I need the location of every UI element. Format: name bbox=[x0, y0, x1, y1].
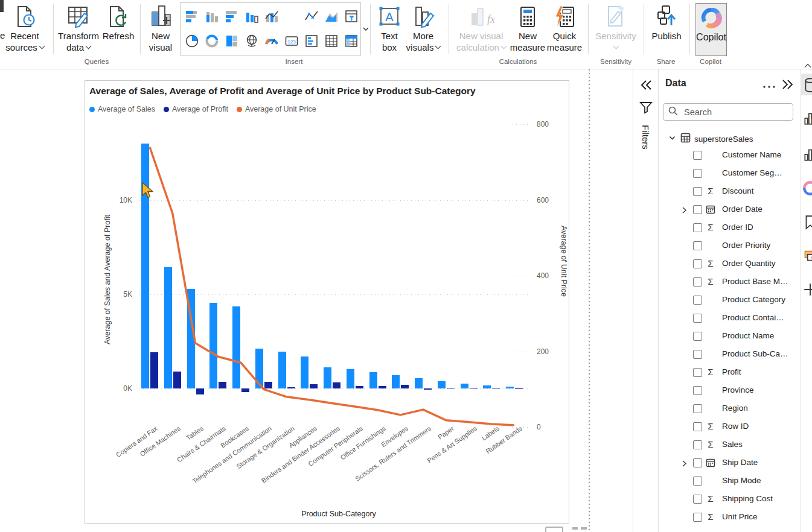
legend-item[interactable]: Average of Sales bbox=[89, 105, 155, 113]
bar-average-of-profit[interactable] bbox=[287, 387, 295, 388]
bar-average-of-sales[interactable] bbox=[438, 381, 446, 388]
recent-sources-button[interactable]: Recent sources bbox=[5, 2, 45, 53]
bar-average-of-profit[interactable] bbox=[173, 372, 181, 388]
bar-average-of-sales[interactable] bbox=[324, 367, 331, 388]
bar-average-of-profit[interactable] bbox=[447, 388, 455, 388]
bar-average-of-profit[interactable] bbox=[264, 382, 272, 388]
field-checkbox[interactable] bbox=[693, 495, 702, 504]
bar-average-of-profit[interactable] bbox=[356, 386, 363, 388]
quick-measure-button[interactable]: Quick measure bbox=[545, 2, 584, 53]
multi-row-card-icon[interactable] bbox=[302, 31, 321, 51]
field-row-order-quantity[interactable]: ΣOrder Quantity bbox=[659, 255, 801, 273]
bar-average-of-profit[interactable] bbox=[379, 386, 386, 388]
slicer-icon[interactable] bbox=[342, 6, 360, 27]
bar-average-of-profit[interactable] bbox=[515, 388, 523, 389]
field-row-row-id[interactable]: ΣRow ID bbox=[659, 418, 801, 436]
table-node-superstoresales[interactable]: superstoreSales bbox=[659, 130, 801, 147]
bar-average-of-profit[interactable] bbox=[470, 388, 478, 388]
field-row-order-id[interactable]: ΣOrder ID bbox=[659, 219, 801, 237]
field-checkbox[interactable] bbox=[693, 205, 702, 214]
field-row-order-priority[interactable]: Order Priority bbox=[659, 237, 801, 255]
field-row-profit[interactable]: ΣProfit bbox=[659, 364, 801, 382]
bar-average-of-sales[interactable] bbox=[209, 303, 217, 388]
field-checkbox[interactable] bbox=[693, 422, 702, 431]
field-row-order-date[interactable]: Order Date bbox=[659, 201, 801, 219]
build-visual-icon[interactable] bbox=[801, 107, 812, 129]
field-checkbox[interactable] bbox=[693, 404, 702, 413]
field-row-product-contai-[interactable]: Product Contai… bbox=[659, 309, 801, 328]
bar-average-of-profit[interactable] bbox=[241, 388, 249, 392]
field-checkbox[interactable] bbox=[693, 386, 702, 395]
field-checkbox[interactable] bbox=[693, 350, 702, 359]
field-checkbox[interactable] bbox=[693, 259, 702, 268]
field-row-sales[interactable]: ΣSales bbox=[659, 436, 801, 454]
field-row-product-base-m-[interactable]: ΣProduct Base M… bbox=[659, 273, 801, 291]
gallery-expand-chevron-icon[interactable] bbox=[362, 24, 370, 34]
expand-filters-chevrons-icon[interactable] bbox=[639, 79, 653, 93]
field-row-province[interactable]: Province bbox=[659, 382, 801, 400]
bar-average-of-sales[interactable] bbox=[187, 289, 195, 388]
field-checkbox[interactable] bbox=[693, 440, 702, 449]
field-checkbox[interactable] bbox=[693, 513, 702, 522]
bar-average-of-sales[interactable] bbox=[415, 378, 423, 388]
bar-average-of-profit[interactable] bbox=[219, 382, 226, 388]
clustered-column-chart-icon[interactable] bbox=[243, 6, 261, 27]
text-box-button[interactable]: A Text box bbox=[376, 2, 403, 53]
table-icon[interactable] bbox=[322, 31, 340, 51]
field-checkbox[interactable] bbox=[693, 241, 702, 250]
bar-average-of-profit[interactable] bbox=[333, 382, 340, 388]
copilot-icon[interactable] bbox=[801, 177, 812, 199]
expand-chevron-icon[interactable] bbox=[680, 206, 688, 217]
gauge-icon[interactable] bbox=[263, 31, 281, 51]
bar-average-of-profit[interactable] bbox=[401, 385, 409, 388]
bar-average-of-sales[interactable] bbox=[301, 356, 308, 388]
map-icon[interactable] bbox=[243, 31, 261, 51]
bar-average-of-profit[interactable] bbox=[492, 388, 500, 388]
bar-average-of-sales[interactable] bbox=[369, 372, 377, 388]
field-checkbox[interactable] bbox=[693, 477, 702, 486]
bar-average-of-sales[interactable] bbox=[232, 306, 240, 388]
bar-average-of-sales[interactable] bbox=[461, 384, 468, 388]
bar-average-of-sales[interactable] bbox=[278, 352, 286, 388]
bar-average-of-profit[interactable] bbox=[310, 384, 318, 388]
bar-average-of-profit[interactable] bbox=[150, 352, 158, 388]
bar-average-of-profit[interactable] bbox=[196, 388, 204, 394]
field-checkbox[interactable] bbox=[693, 169, 702, 178]
bar-average-of-sales[interactable] bbox=[506, 387, 514, 388]
field-checkbox[interactable] bbox=[693, 187, 702, 196]
card-icon[interactable]: 123 bbox=[283, 31, 301, 51]
line-clustered-column-combo-icon[interactable] bbox=[283, 6, 301, 27]
data-icon[interactable] bbox=[801, 74, 812, 95]
field-checkbox[interactable] bbox=[693, 277, 702, 287]
legend-item[interactable]: Average of Unit Price bbox=[237, 105, 316, 113]
field-row-unit-price[interactable]: ΣUnit Price bbox=[659, 508, 801, 527]
bar-average-of-sales[interactable] bbox=[347, 369, 354, 388]
line-chart-icon[interactable] bbox=[302, 6, 321, 27]
more-visuals-button[interactable]: More visuals bbox=[402, 2, 444, 53]
field-checkbox[interactable] bbox=[693, 151, 702, 160]
transform-data-button[interactable]: Transform data bbox=[53, 2, 104, 53]
pie-chart-icon[interactable] bbox=[183, 31, 201, 51]
unit-price-line[interactable] bbox=[85, 81, 570, 524]
field-row-ship-date[interactable]: Ship Date bbox=[659, 454, 801, 472]
field-checkbox[interactable] bbox=[693, 332, 702, 341]
field-row-discount[interactable]: ΣDiscount bbox=[659, 183, 801, 201]
field-row-product-category[interactable]: Product Category bbox=[659, 291, 801, 309]
bar-average-of-sales[interactable] bbox=[164, 267, 172, 388]
matrix-icon[interactable] bbox=[342, 31, 360, 51]
copilot-button[interactable]: Copilot bbox=[695, 3, 727, 56]
field-checkbox[interactable] bbox=[693, 368, 702, 377]
publish-button[interactable]: Publish bbox=[645, 2, 688, 42]
bar-average-of-sales[interactable] bbox=[483, 385, 491, 388]
bookmarks-icon[interactable] bbox=[801, 211, 812, 233]
field-row-customer-seg-[interactable]: Customer Seg… bbox=[659, 165, 801, 183]
field-row-customer-name[interactable]: Customer Name bbox=[659, 147, 801, 165]
field-checkbox[interactable] bbox=[693, 223, 702, 232]
search-input[interactable] bbox=[683, 107, 785, 118]
expand-chevron-icon[interactable] bbox=[680, 459, 688, 470]
treemap-icon[interactable] bbox=[223, 31, 241, 51]
line-stacked-column-combo-icon[interactable] bbox=[263, 6, 281, 27]
data-pane-search[interactable] bbox=[663, 103, 793, 121]
field-checkbox[interactable] bbox=[693, 458, 702, 467]
field-row-shipping-cost[interactable]: ΣShipping Cost bbox=[659, 490, 801, 508]
